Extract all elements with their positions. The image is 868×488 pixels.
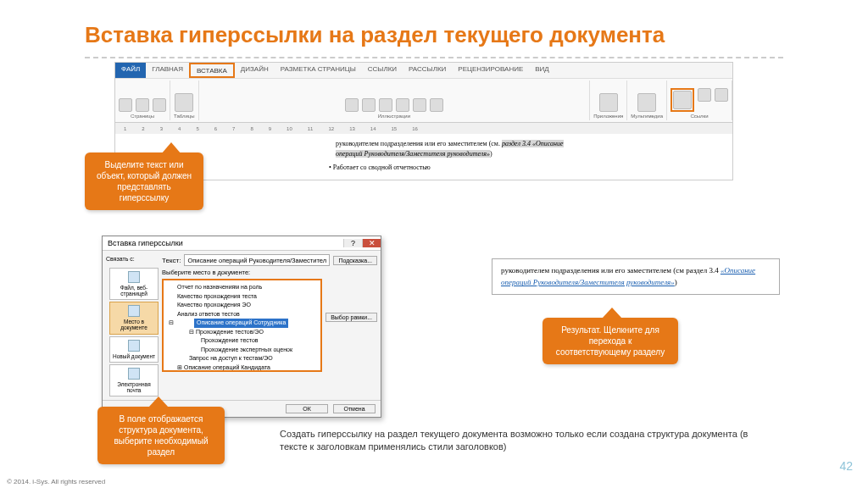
apps-icon[interactable]: [599, 93, 618, 112]
copyright: © 2014. i-Sys. All rights reserved: [7, 478, 105, 485]
dialog-main: Текст: Подсказка... Выберите место в док…: [162, 254, 377, 396]
tab-mailings[interactable]: РАССЫЛКИ: [403, 63, 452, 78]
doc-place-icon: [128, 305, 140, 317]
side-file-web[interactable]: Файл, веб-страницей: [109, 268, 159, 300]
side-email[interactable]: Электронная почта: [109, 364, 159, 396]
chart-icon[interactable]: [413, 98, 426, 112]
tree-item[interactable]: Качество прохождения теста: [167, 292, 317, 302]
screenshot-icon[interactable]: [430, 98, 443, 112]
ruler: 12345678910111213141516: [115, 122, 732, 134]
bullet-text: Работает со сводной отчетностью: [333, 164, 431, 171]
group-apps: Приложения: [590, 80, 627, 120]
tree-item[interactable]: Отчет по назначениям на роль: [167, 283, 317, 292]
result-preview: руководителем подразделения или его заме…: [492, 258, 780, 295]
dialog-titlebar: Вставка гиперссылки ? ✕: [103, 236, 381, 251]
tab-layout[interactable]: РАЗМЕТКА СТРАНИЦЫ: [275, 63, 362, 78]
tree-item[interactable]: Запрос на доступ к тестам/ЭО: [167, 354, 317, 363]
group-illustrations: Иллюстрации: [199, 80, 591, 120]
tab-review[interactable]: РЕЦЕНЗИРОВАНИЕ: [452, 63, 529, 78]
ribbon-tabs: ФАЙЛ ГЛАВНАЯ ВСТАВКА ДИЗАЙН РАЗМЕТКА СТР…: [115, 63, 732, 78]
slide-title: Вставка гиперссылки на раздел текущего д…: [0, 0, 868, 48]
ribbon: ФАЙЛ ГЛАВНАЯ ВСТАВКА ДИЗАЙН РАЗМЕТКА СТР…: [114, 62, 733, 180]
tree-item[interactable]: Качество прохождения ЭО: [167, 301, 317, 310]
group-links: Ссылки: [667, 80, 732, 120]
tab-refs[interactable]: ССЫЛКИ: [362, 63, 403, 78]
pictures-icon[interactable]: [345, 98, 359, 112]
tree-item-selected[interactable]: Описание операций Сотрудника: [194, 319, 288, 328]
video-icon[interactable]: [637, 93, 656, 112]
dialog-title: Вставка гиперссылки: [108, 239, 183, 247]
hyperlink-dialog: Вставка гиперссылки ? ✕ Связать с: Файл,…: [102, 236, 381, 418]
tab-home[interactable]: ГЛАВНАЯ: [146, 63, 189, 78]
ribbon-groups: Страницы Таблицы Иллюстрации Приложения …: [115, 78, 732, 122]
tree-item[interactable]: Прохождение тестов: [167, 336, 317, 346]
document-tree[interactable]: Отчет по назначениям на роль Качество пр…: [162, 279, 322, 372]
table-icon[interactable]: [175, 93, 193, 112]
document-body[interactable]: руководителем подразделения или его заме…: [115, 134, 732, 180]
tab-view[interactable]: ВИД: [529, 63, 555, 78]
callout-result: Результат. Щелкните для перехода к соотв…: [542, 318, 678, 364]
tree-item[interactable]: ⊞ Описание операций Кандидата: [167, 363, 317, 373]
bookmark-icon[interactable]: [698, 88, 711, 102]
selected-text: раздел 3.4 «Описание: [502, 140, 564, 147]
page-break-icon[interactable]: [153, 98, 166, 112]
hyperlink-icon[interactable]: [673, 91, 692, 109]
target-frame-button[interactable]: Выбор рамки...: [326, 313, 377, 322]
help-button[interactable]: ?: [343, 239, 362, 247]
group-media: Мультимедиа: [627, 80, 667, 120]
select-place-label: Выберите место в документе:: [162, 269, 377, 276]
online-pictures-icon[interactable]: [362, 98, 376, 112]
ok-button[interactable]: ОК: [286, 404, 328, 413]
globe-icon: [128, 271, 140, 283]
side-place-in-doc[interactable]: Место в документе: [109, 302, 159, 334]
smartart-icon[interactable]: [396, 98, 409, 112]
group-pages: Страницы: [115, 80, 170, 120]
dialog-sidebar: Файл, веб-страницей Место в документе Но…: [109, 268, 159, 396]
cover-page-icon[interactable]: [119, 98, 132, 112]
tree-item[interactable]: ⊟ Прохождение тестов/ЭО: [167, 328, 317, 337]
display-text-input[interactable]: [184, 254, 330, 266]
divider: [85, 57, 783, 58]
crossref-icon[interactable]: [715, 88, 728, 102]
instruction-text: Создать гиперссылку на раздел текущего д…: [280, 428, 754, 454]
screentip-button[interactable]: Подсказка...: [333, 256, 377, 265]
cancel-button[interactable]: Отмена: [333, 404, 376, 413]
blank-page-icon[interactable]: [136, 98, 149, 112]
tab-file[interactable]: ФАЙЛ: [115, 63, 146, 78]
new-doc-icon: [128, 340, 140, 352]
shapes-icon[interactable]: [379, 98, 392, 112]
tab-design[interactable]: ДИЗАЙН: [235, 63, 275, 78]
tree-item[interactable]: Прохождение экспертных оценок: [167, 346, 317, 355]
selected-text-2: операций Руководителя/Заместителя руково…: [336, 150, 490, 158]
doc-text: руководителем подразделения или его заме…: [336, 140, 500, 147]
page-number: 42: [839, 459, 853, 473]
side-new-doc[interactable]: Новый документ: [109, 336, 159, 363]
close-button[interactable]: ✕: [362, 239, 381, 247]
group-tables: Таблицы: [170, 80, 199, 120]
tab-insert[interactable]: ВСТАВКА: [189, 63, 235, 78]
callout-tree: В поле отображается структура документа,…: [97, 407, 225, 464]
email-icon: [128, 368, 140, 380]
tree-item[interactable]: Анализ ответов тестов: [167, 310, 317, 319]
callout-select-text: Выделите текст или объект, который долже…: [85, 152, 203, 210]
text-label: Текст:: [162, 257, 181, 264]
